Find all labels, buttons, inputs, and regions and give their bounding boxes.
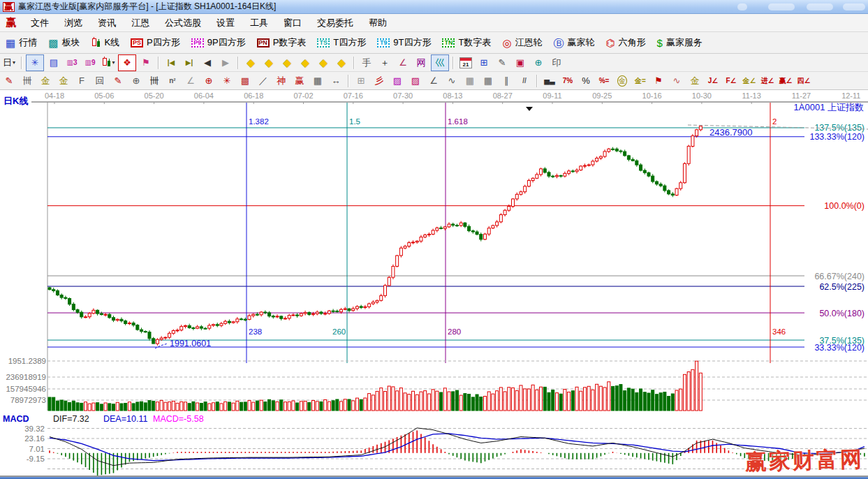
candle-style-dropdown[interactable]: ▾ — [100, 55, 117, 71]
hexagon-button[interactable]: ⌬六角形 — [600, 34, 651, 52]
kline-button[interactable]: K线 — [85, 34, 125, 52]
web-fan-2-tool[interactable]: ▨ — [407, 73, 424, 89]
dense-comb-tool[interactable]: 卌 — [146, 73, 163, 89]
f-angle-tool[interactable]: F∠ — [723, 73, 740, 89]
first-bar-button[interactable]: |◀ — [163, 55, 179, 71]
info-panel-tool[interactable]: ▤ — [45, 55, 62, 71]
color-flag-tool[interactable]: ⚑ — [138, 55, 154, 71]
jin-angle-tool[interactable]: 进∠ — [759, 73, 776, 89]
si-angle-tool[interactable]: 四∠ — [795, 73, 812, 89]
shen-grid-tool[interactable]: 神 — [273, 73, 290, 89]
period-day-dropdown[interactable]: 日▾ — [1, 55, 17, 71]
diamond-pan-left-button[interactable]: ◆ — [242, 55, 259, 71]
winner-service-button[interactable]: $赢家服务 — [652, 34, 708, 52]
web-globe-icon[interactable]: ⊕ — [530, 55, 547, 71]
menu-item-交易委托[interactable]: 交易委托 — [309, 15, 361, 31]
ying-grid-tool[interactable]: 赢 — [291, 73, 308, 89]
diamond-compress-button[interactable]: ◆ — [297, 55, 314, 71]
last-bar-button[interactable]: ▶| — [181, 55, 198, 71]
circle-comb-tool[interactable]: ⊕ — [128, 73, 145, 89]
j-angle-tool[interactable]: J∠ — [705, 73, 721, 89]
gold-underline-tool[interactable]: 金 — [686, 73, 703, 89]
teal-scribble-tool[interactable]: 巛 — [431, 54, 449, 71]
three-bars-tool[interactable]: ▥3 — [64, 55, 80, 71]
printer-icon[interactable]: 印 — [548, 55, 565, 71]
gold-comb-2-tool[interactable]: 金 — [55, 73, 72, 89]
gold-circle-tool[interactable]: 金 — [614, 73, 631, 89]
macd-indicator-name[interactable]: MACD — [3, 414, 29, 424]
calculator-icon[interactable]: ⊞ — [476, 55, 492, 71]
web-grid-tool[interactable]: ▩ — [237, 73, 253, 89]
gold-comb-1-tool[interactable]: 金 — [37, 73, 54, 89]
gold-lines-tool[interactable]: 金= — [632, 73, 649, 89]
t9-square-button[interactable]: T99T四方形 — [372, 34, 436, 52]
gann-network-tool[interactable]: ✳ — [26, 54, 44, 71]
save-icon[interactable]: ▣ — [512, 55, 529, 71]
ray-fan-tool[interactable]: 彡 — [371, 73, 388, 89]
menu-item-设置[interactable]: 设置 — [209, 15, 242, 31]
comb-grid-tool[interactable]: 卌 — [19, 73, 36, 89]
menu-item-工具[interactable]: 工具 — [242, 15, 276, 31]
gann-wheel-button[interactable]: ◎江恩轮 — [496, 34, 547, 52]
stat-columns-tool[interactable]: ▅▃ — [541, 73, 558, 89]
t-square-button[interactable]: TST四方形 — [311, 34, 372, 52]
ying-angle-tool[interactable]: 赢∠ — [777, 73, 794, 89]
menu-item-文件[interactable]: 文件 — [23, 15, 57, 31]
next-bar-button[interactable]: ▶ — [217, 55, 234, 71]
gann-target-tool[interactable]: ⊕ — [200, 73, 217, 89]
winner-wheel-button[interactable]: Ⓑ赢家轮 — [547, 34, 600, 52]
notepad-icon[interactable]: ✎ — [494, 55, 510, 71]
angle-measure-tool[interactable]: ∠ — [395, 55, 411, 71]
draw-pencil-2-tool[interactable]: ✎ — [110, 73, 126, 89]
percent-7-tool[interactable]: 7% — [559, 73, 576, 89]
box-plus-tool[interactable]: ⊞ — [353, 73, 369, 89]
two-ray-tool[interactable]: ∠ — [425, 73, 442, 89]
diamond-compress-all-button[interactable]: ◆ — [315, 55, 332, 71]
crosshair-tool[interactable]: ＋ — [376, 55, 393, 71]
purple-net-tool[interactable]: 网 — [413, 55, 429, 71]
grid-b-tool[interactable]: ▦ — [480, 73, 496, 89]
menu-item-公式选股[interactable]: 公式选股 — [157, 15, 209, 31]
spiral-comb-tool[interactable]: 回 — [91, 73, 108, 89]
nine-bars-tool[interactable]: ▥9 — [82, 55, 98, 71]
gold-angle-tool[interactable]: 金∠ — [741, 73, 758, 89]
percent-lines-tool[interactable]: %= — [596, 73, 612, 89]
menu-item-江恩[interactable]: 江恩 — [124, 15, 157, 31]
calendar-21-icon[interactable]: 21 — [457, 55, 474, 71]
p9-square-button[interactable]: P99P四方形 — [186, 34, 251, 52]
percent-tool[interactable]: % — [578, 73, 594, 89]
menu-item-浏览[interactable]: 浏览 — [57, 15, 90, 31]
t-number-button[interactable]: TNT数字表 — [436, 34, 496, 52]
width-measure-tool[interactable]: ↔ — [328, 73, 344, 89]
flag-pencil-tool[interactable]: ⚑ — [650, 73, 667, 89]
n-squared-tool[interactable]: n² — [164, 73, 181, 89]
grid-a-tool[interactable]: ▦ — [462, 73, 478, 89]
web-fan-tool[interactable]: ▨ — [389, 73, 406, 89]
sectors-button[interactable]: ▩板块 — [43, 34, 85, 52]
quotes-button[interactable]: ▦行情 — [0, 34, 43, 52]
red-lattice-tool[interactable]: ❖ — [118, 54, 136, 71]
grid-125-tool[interactable]: ▦ — [309, 73, 326, 89]
diamond-zoom-h-button[interactable]: ◆ — [279, 55, 295, 71]
trend-stroke-tool[interactable]: ／ — [255, 73, 272, 89]
diamond-expand-all-button[interactable]: ◆ — [333, 55, 350, 71]
gold-comb-2-tool-glyph: 金 — [59, 75, 68, 87]
diamond-pan-right-button[interactable]: ◆ — [260, 55, 277, 71]
chart-area[interactable]: 04-1805-0605-2006-0406-1807-0207-1607-30… — [0, 90, 868, 477]
menu-item-窗口[interactable]: 窗口 — [276, 15, 309, 31]
p-square-button[interactable]: PSP四方形 — [125, 34, 186, 52]
parallel-a-tool[interactable]: ∥ — [498, 73, 515, 89]
wave-ray-tool[interactable]: ∿ — [443, 73, 460, 89]
diamond-compress-all-button-glyph: ◆ — [319, 57, 328, 69]
f-comb-tool[interactable]: F — [73, 73, 90, 89]
star-grid-tool[interactable]: ✳ — [219, 73, 235, 89]
prev-bar-button[interactable]: ◀ — [199, 55, 216, 71]
parallel-b-tool[interactable]: // — [516, 73, 533, 89]
pan-hand-tool[interactable]: 手 — [358, 55, 375, 71]
p-number-button[interactable]: PNP数字表 — [251, 34, 312, 52]
menu-item-帮助[interactable]: 帮助 — [361, 15, 395, 31]
draw-pencil-tool[interactable]: ✎ — [1, 73, 17, 89]
wave-box-tool[interactable]: ∿ — [668, 73, 685, 89]
angle-ruler-tool[interactable]: ∠ — [182, 73, 199, 89]
menu-item-资讯[interactable]: 资讯 — [90, 15, 124, 31]
